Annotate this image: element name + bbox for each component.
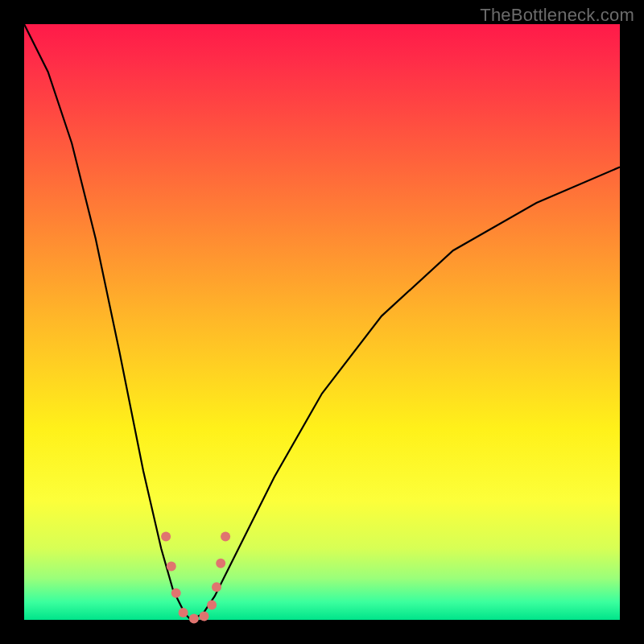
curve-marker xyxy=(216,559,225,568)
curve-marker xyxy=(200,612,209,621)
watermark-text: TheBottleneck.com xyxy=(480,5,634,26)
curve-marker xyxy=(189,614,199,624)
curve-marker xyxy=(221,531,230,541)
curve-marker xyxy=(167,561,176,571)
curve-marker xyxy=(207,601,217,610)
chart-canvas xyxy=(0,0,644,644)
curve-marker xyxy=(171,588,181,598)
curve-marker xyxy=(179,608,188,617)
curve-marker xyxy=(212,582,221,592)
curve-marker xyxy=(161,531,171,541)
